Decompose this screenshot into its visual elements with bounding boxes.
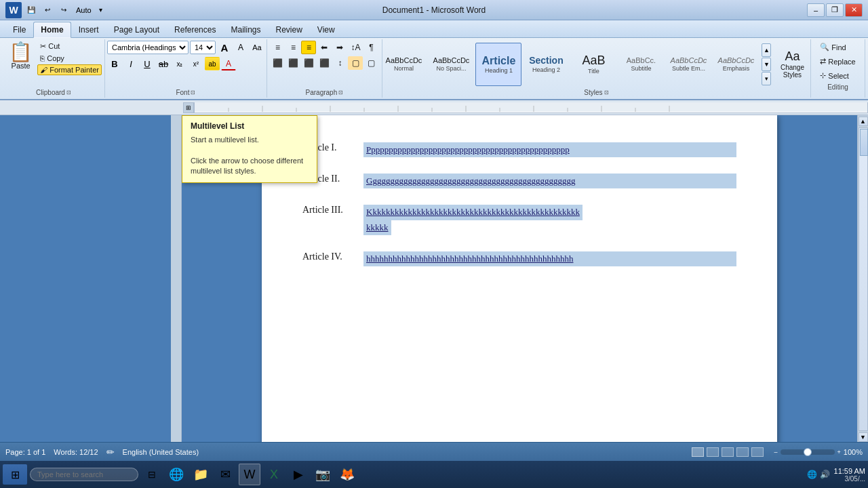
shrink-font-button[interactable]: A [233, 41, 248, 54]
style-normal[interactable]: AaBbCcDc Normal [380, 43, 427, 86]
web-layout-btn[interactable] [722, 447, 734, 457]
show-marks-button[interactable]: ¶ [363, 41, 378, 54]
sort-button[interactable]: ↕A [348, 41, 363, 54]
strikethrough-button[interactable]: ab [156, 57, 171, 70]
clipboard-expand-icon[interactable]: ⊡ [66, 89, 71, 96]
task-view-btn[interactable]: ⊟ [141, 464, 163, 485]
gallery-scroll-down[interactable]: ▼ [762, 58, 771, 71]
justify-button[interactable]: ⬛ [317, 56, 332, 70]
bullets-button[interactable]: ≡ [270, 41, 285, 54]
grow-font-button[interactable]: A [217, 41, 232, 54]
gallery-more[interactable]: ▾ [762, 72, 771, 85]
zoom-out-btn[interactable]: – [774, 449, 778, 455]
styles-expand-icon[interactable]: ⊡ [604, 89, 609, 96]
numbering-button[interactable]: ≡ [285, 41, 300, 54]
words-info[interactable]: Words: 12/12 [54, 448, 98, 456]
print-layout-btn[interactable] [692, 447, 704, 457]
article-4-content[interactable]: hhhhhhhhhhhhhhhhhhhhhhhhhhhhhhhhhhhhhhhh… [363, 251, 736, 266]
font-family-select[interactable]: Cambria (Headings) [107, 41, 189, 54]
borders-button[interactable]: ▢ [363, 56, 378, 70]
style-heading2[interactable]: Section Heading 2 [523, 43, 569, 86]
full-screen-btn[interactable] [707, 447, 719, 457]
italic-button[interactable]: I [123, 57, 138, 70]
restore-button[interactable]: ❐ [826, 3, 844, 17]
increase-indent-button[interactable]: ➡ [332, 41, 347, 54]
tab-insert[interactable]: Insert [71, 22, 106, 37]
explorer-icon[interactable]: 📁 [190, 464, 212, 485]
close-button[interactable]: ✕ [845, 3, 863, 17]
subscript-button[interactable]: x₂ [172, 57, 187, 70]
replace-button[interactable]: ⇄ Replace [815, 55, 860, 68]
copy-button[interactable]: ⎘ Copy [37, 53, 102, 64]
multilevel-list-button[interactable]: ≡ [301, 41, 316, 54]
select-button[interactable]: ⊹ Select [815, 69, 860, 82]
minimize-button[interactable]: – [807, 3, 825, 17]
article-3-content-line1[interactable]: Kkkkkkkkkkkkkkkkkkkkkkkkkkkkkkkkkkkkkkkk… [363, 205, 583, 220]
customize-quick-btn[interactable]: ▾ [94, 3, 108, 17]
redo-quick-btn[interactable]: ↪ [57, 3, 71, 17]
scroll-up-button[interactable]: ▲ [859, 117, 868, 126]
cut-button[interactable]: ✂ Cut [37, 41, 102, 52]
scroll-down-button[interactable]: ▼ [859, 432, 868, 442]
font-expand-icon[interactable]: ⊡ [191, 89, 195, 96]
gallery-scroll-up[interactable]: ▲ [762, 43, 771, 57]
video-icon[interactable]: ▶ [288, 464, 309, 485]
clock[interactable]: 11:59 AM 3/05/... [834, 467, 865, 483]
edge-icon[interactable]: 🌐 [165, 464, 187, 485]
font-size-select[interactable]: 14 [190, 41, 216, 54]
taskbar-search[interactable] [30, 468, 138, 481]
underline-button[interactable]: U [140, 57, 155, 70]
clear-format-button[interactable]: Aa [250, 41, 264, 54]
article-3-content-line2[interactable]: kkkkk [363, 220, 391, 235]
style-subtitle[interactable]: AaBbCc. Subtitle [618, 43, 664, 86]
network-icon[interactable]: 🌐 [807, 470, 817, 479]
font-color-button[interactable]: A [221, 57, 236, 70]
tab-page-layout[interactable]: Page Layout [106, 22, 167, 37]
tab-home[interactable]: Home [33, 22, 71, 38]
tab-view[interactable]: View [310, 22, 342, 37]
word-taskbar-icon[interactable]: W [239, 464, 260, 485]
page-info[interactable]: Page: 1 of 1 [5, 448, 45, 456]
firefox-icon[interactable]: 🦊 [336, 464, 358, 485]
article-1-content[interactable]: Pppppppppppppppppppppppppppppppppppppppp… [363, 142, 736, 157]
mail-icon[interactable]: ✉ [214, 464, 236, 485]
style-no-spacing[interactable]: AaBbCcDc No Spaci... [428, 43, 474, 86]
outline-btn[interactable] [736, 447, 749, 457]
undo-quick-btn[interactable]: ↩ [41, 3, 54, 17]
tab-mailings[interactable]: Mailings [223, 22, 268, 37]
superscript-button[interactable]: x² [189, 57, 203, 70]
language-info[interactable]: English (United States) [123, 448, 199, 456]
line-spacing-button[interactable]: ↕ [332, 56, 347, 70]
align-left-button[interactable]: ⬛ [270, 56, 285, 70]
tab-file[interactable]: File [5, 22, 33, 37]
volume-icon[interactable]: 🔊 [820, 470, 830, 479]
zoom-slider[interactable] [781, 449, 835, 455]
change-styles-button[interactable]: Aa ChangeStyles [772, 43, 812, 86]
bold-button[interactable]: B [107, 57, 122, 70]
article-2-content[interactable]: Gggggggggggggggggggggggggggggggggggggggg… [363, 174, 736, 188]
highlight-button[interactable]: ab [205, 57, 220, 70]
align-right-button[interactable]: ⬛ [301, 56, 316, 70]
scroll-thumb[interactable] [860, 129, 868, 156]
center-button[interactable]: ⬛ [285, 56, 300, 70]
vertical-scrollbar[interactable]: ▲ ▼ [857, 115, 868, 442]
tab-references[interactable]: References [167, 22, 223, 37]
style-subtle-emphasis[interactable]: AaBbCcDc Subtle Em... [665, 43, 711, 86]
style-emphasis[interactable]: AaBbCcDc Emphasis [713, 43, 759, 86]
tab-review[interactable]: Review [268, 22, 309, 37]
shading-button[interactable]: ▢ [348, 56, 363, 70]
paragraph-expand-icon[interactable]: ⊡ [338, 89, 343, 96]
style-title[interactable]: AaB Title [570, 43, 616, 86]
start-button[interactable]: ⊞ [3, 464, 27, 485]
zoom-thumb[interactable] [804, 448, 812, 456]
camera-icon[interactable]: 📷 [312, 464, 334, 485]
paste-button[interactable]: 📋 Paste [5, 41, 36, 72]
ruler-corner[interactable]: ⊞ [183, 102, 194, 113]
draft-btn[interactable] [751, 447, 764, 457]
decrease-indent-button[interactable]: ⬅ [317, 41, 332, 54]
find-button[interactable]: 🔍 Find [815, 41, 860, 54]
zoom-in-btn[interactable]: + [837, 449, 841, 455]
excel-icon[interactable]: X [263, 464, 285, 485]
save-quick-btn[interactable]: 💾 [24, 3, 38, 17]
style-heading1[interactable]: Article Heading 1 [475, 43, 521, 86]
